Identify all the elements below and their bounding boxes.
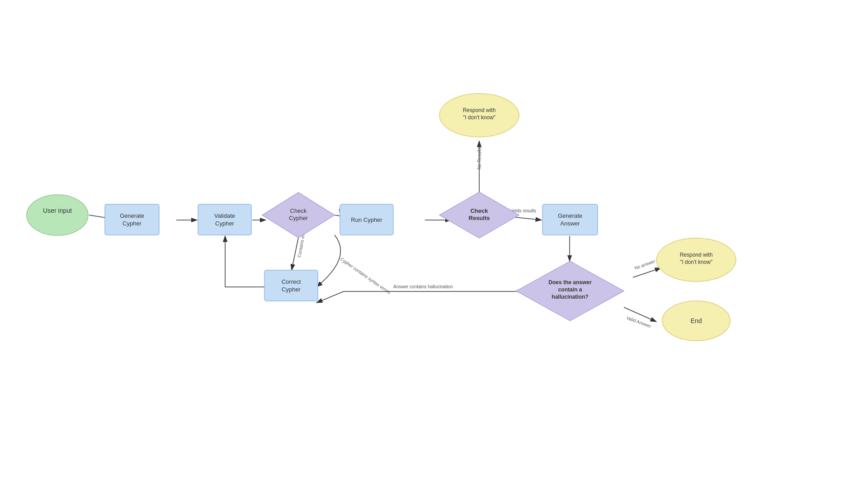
node-user-input — [27, 195, 88, 235]
label-generate-answer-1: Generate — [558, 212, 582, 219]
label-no-results: No Results — [477, 147, 482, 169]
label-user-input: User input — [43, 207, 72, 214]
label-check-cypher-1: Check — [290, 207, 307, 214]
label-check-cypher-2: Cypher — [289, 215, 308, 221]
label-run-cypher: Run Cypher — [351, 216, 382, 223]
label-respond-no-answer-1: Respond with — [680, 252, 713, 258]
label-end: End — [691, 317, 702, 324]
edge-check-syntax-to-correct — [316, 235, 340, 287]
label-check-results-1: Check — [470, 207, 488, 214]
label-generate-cypher-1: Generate — [120, 212, 144, 219]
node-validate-cypher — [198, 204, 251, 235]
label-respond-no-results-2: "I don't know" — [463, 114, 495, 121]
label-generate-cypher-2: Cypher — [123, 220, 142, 227]
label-validate-cypher-1: Validate — [214, 212, 235, 219]
label-respond-no-answer-2: "I don't know" — [680, 259, 712, 265]
label-hallucination-2: contain a — [558, 286, 582, 293]
label-generate-answer-2: Answer — [560, 220, 580, 227]
label-hallucination-1: Does the answer — [548, 279, 592, 286]
node-generate-cypher — [105, 204, 159, 235]
label-correct-cypher-1: Correct — [282, 278, 301, 285]
node-generate-answer — [542, 204, 598, 235]
label-valid-answer: Valid Answer — [626, 315, 652, 329]
label-hallucination-3: hallucination? — [552, 294, 588, 300]
label-hallucination: Answer contains hallucination — [393, 284, 453, 289]
edge-correct-to-validate — [225, 236, 264, 287]
edge-hallucination-to-correct — [316, 291, 542, 303]
label-validate-cypher-2: Cypher — [215, 220, 235, 227]
label-correct-cypher-2: Cypher — [282, 286, 301, 293]
label-syntax-errors: Cypher contains syntax errors — [340, 257, 392, 295]
label-check-results-2: Results — [469, 215, 490, 221]
label-no-answer: No answer — [634, 258, 656, 271]
node-correct-cypher — [264, 270, 318, 301]
label-respond-no-results-1: Respond with — [463, 107, 496, 113]
